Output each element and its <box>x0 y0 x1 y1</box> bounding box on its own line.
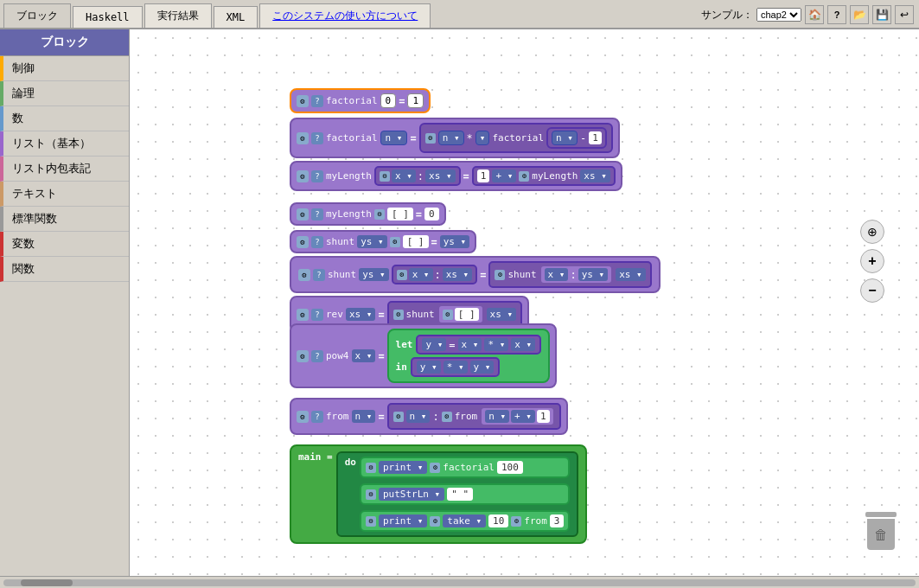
sidebar-item-num[interactable]: 数 <box>0 106 129 131</box>
xs-param-sh[interactable]: xs ▾ <box>443 268 473 281</box>
help-icon-btn[interactable]: ? <box>827 5 846 24</box>
gear-icon-sh1[interactable]: ⚙ <box>297 236 309 248</box>
y-param-pow[interactable]: y ▾ <box>422 338 446 351</box>
gear-icon-sh4[interactable]: ⚙ <box>397 270 407 280</box>
x-param-sh[interactable]: x ▾ <box>409 268 433 281</box>
n-param-from[interactable]: n ▾ <box>352 410 376 423</box>
x-param-pow3[interactable]: x ▾ <box>511 338 535 351</box>
sidebar-item-func[interactable]: 関数 <box>0 257 129 282</box>
xs-param[interactable]: xs ▾ <box>425 169 456 182</box>
gear-icon-main3[interactable]: ⚙ <box>366 489 376 500</box>
scroll-plus-btn[interactable]: + <box>860 249 884 273</box>
gear-icon-main2[interactable]: ⚙ <box>430 463 440 473</box>
gear-icon-from1[interactable]: ⚙ <box>297 411 309 423</box>
sidebar-item-std[interactable]: 標準関数 <box>0 207 129 232</box>
ys-param-2[interactable]: ys ▾ <box>359 268 389 281</box>
gear-icon[interactable]: ⚙ <box>297 95 309 107</box>
n-param-from2[interactable]: n ▾ <box>406 410 431 423</box>
putStrLn-dropdown[interactable]: putStrLn ▾ <box>379 488 444 501</box>
factorial-n-param[interactable]: n ▾ <box>380 131 408 145</box>
ys-param-3[interactable]: ys ▾ <box>578 268 609 281</box>
take-dropdown[interactable]: take ▾ <box>443 514 486 527</box>
gear-icon-from2[interactable]: ⚙ <box>393 412 404 422</box>
gear-icon-rev3[interactable]: ⚙ <box>443 310 453 320</box>
factorial-zero-result[interactable]: 1 <box>407 93 424 108</box>
gear-icon-sh3[interactable]: ⚙ <box>298 269 310 281</box>
q-icon-2[interactable]: ? <box>311 132 323 144</box>
gear-icon-ml5[interactable]: ⚙ <box>374 209 385 220</box>
gear-icon-pow1[interactable]: ⚙ <box>297 350 309 362</box>
gear-icon-3[interactable]: ⚙ <box>425 133 436 144</box>
ys-result[interactable]: ys ▾ <box>440 235 470 248</box>
home-icon-btn[interactable]: 🏠 <box>805 5 824 24</box>
save-icon-btn[interactable]: 💾 <box>872 5 891 24</box>
x-param-pow2[interactable]: x ▾ <box>458 338 482 351</box>
x-param-pow[interactable]: x ▾ <box>352 349 376 362</box>
gear-icon-sh2[interactable]: ⚙ <box>390 237 400 247</box>
x-param[interactable]: x ▾ <box>392 169 416 182</box>
undo-icon-btn[interactable]: ↩ <box>895 5 914 24</box>
open-icon-btn[interactable]: 📂 <box>850 5 869 24</box>
q-icon-from1[interactable]: ? <box>311 411 323 423</box>
sidebar-item-ctrl[interactable]: 制御 <box>0 56 129 81</box>
sidebar-item-list[interactable]: リスト（基本） <box>0 131 129 157</box>
sidebar-item-listcomp[interactable]: リスト内包表記 <box>0 157 129 182</box>
q-icon-rev1[interactable]: ? <box>311 309 323 321</box>
factorial-n-param-inner[interactable]: n ▾ <box>438 131 464 145</box>
trash-bin[interactable]: 🗑 <box>867 519 895 550</box>
xs-param-rev[interactable]: xs ▾ <box>346 308 376 321</box>
gear-icon-main6[interactable]: ⚙ <box>511 516 521 527</box>
x-param-sh2[interactable]: x ▾ <box>545 268 569 281</box>
gear-icon-sh5[interactable]: ⚙ <box>495 270 505 280</box>
factorial-n-dropdown[interactable]: ▾ <box>475 131 490 145</box>
gear-icon-ml2[interactable]: ⚙ <box>380 171 390 182</box>
main-block: main = do ⚙ print ▾ ⚙ factorial 100 <box>290 444 587 544</box>
ys-param-1[interactable]: ys ▾ <box>357 235 387 248</box>
sample-select[interactable]: chap2 <box>756 8 801 22</box>
gear-icon-main5[interactable]: ⚙ <box>430 516 440 527</box>
tab-haskell[interactable]: Haskell <box>73 6 143 28</box>
gear-icon-ml1[interactable]: ⚙ <box>297 170 309 182</box>
factorial-zero-block: ⚙ ? factorial 0 = 1 <box>290 88 431 113</box>
tab-result[interactable]: 実行結果 <box>144 3 212 28</box>
q-icon-ml1[interactable]: ? <box>311 170 323 182</box>
gear-icon-rev1[interactable]: ⚙ <box>297 309 309 321</box>
gear-icon-rev2[interactable]: ⚙ <box>393 310 404 320</box>
gear-icon-main1[interactable]: ⚙ <box>366 463 376 473</box>
q-icon-sh3[interactable]: ? <box>313 269 325 281</box>
q-icon-sh1[interactable]: ? <box>311 236 323 248</box>
plus-dropdown-from[interactable]: + ▾ <box>511 410 535 423</box>
q-icon-ml4[interactable]: ? <box>311 208 323 220</box>
scroll-minus-btn[interactable]: − <box>860 278 884 303</box>
gear-icon-2[interactable]: ⚙ <box>297 132 309 144</box>
tab-help[interactable]: このシステムの使い方について <box>259 3 431 28</box>
scroll-target-btn[interactable]: ⊕ <box>860 220 884 244</box>
xs-result-sh[interactable]: xs ▾ <box>616 268 646 281</box>
gear-icon-main4[interactable]: ⚙ <box>366 516 376 527</box>
n-param-from3[interactable]: n ▾ <box>485 410 509 423</box>
xs-param-rev2[interactable]: xs ▾ <box>487 308 517 321</box>
sidebar-item-logic[interactable]: 論理 <box>0 81 129 106</box>
factorial-n-inner-param[interactable]: n ▾ <box>552 131 578 145</box>
op-dropdown-in[interactable]: * ▾ <box>444 361 468 374</box>
xs-param-2[interactable]: xs ▾ <box>580 169 610 182</box>
sidebar-item-text[interactable]: テキスト <box>0 182 129 207</box>
scrollbar-track[interactable] <box>3 579 916 586</box>
gear-icon-from3[interactable]: ⚙ <box>442 412 452 422</box>
print-dropdown-1[interactable]: print ▾ <box>379 461 427 474</box>
op-dropdown-pow[interactable]: * ▾ <box>484 338 508 351</box>
factorial-zero-value[interactable]: 0 <box>380 93 397 108</box>
tab-xml[interactable]: XML <box>214 6 258 28</box>
sidebar-item-var[interactable]: 変数 <box>0 232 129 257</box>
y-param-in2[interactable]: y ▾ <box>470 361 495 374</box>
q-icon-pow1[interactable]: ? <box>311 350 323 362</box>
gear-icon-ml3[interactable]: ⚙ <box>519 171 529 182</box>
q-icon[interactable]: ? <box>311 95 323 107</box>
print-dropdown-2[interactable]: print ▾ <box>379 514 427 527</box>
scrollbar-thumb[interactable] <box>21 579 73 586</box>
tab-block[interactable]: ブロック <box>3 3 71 28</box>
plus-dropdown[interactable]: + ▾ <box>492 169 516 182</box>
gear-icon-ml4[interactable]: ⚙ <box>297 208 309 220</box>
y-param-in1[interactable]: y ▾ <box>417 361 441 374</box>
bottom-scrollbar[interactable] <box>0 576 919 588</box>
